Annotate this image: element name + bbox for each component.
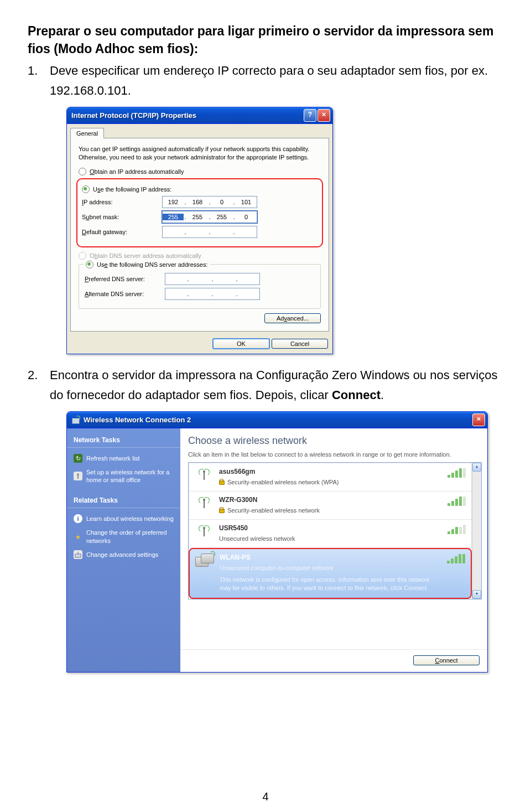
task-change-order[interactable]: ★ Change the order of preferred networks xyxy=(67,526,180,547)
radio-label-disabled: Obtain DNS server address automatically xyxy=(90,252,201,259)
svg-rect-2 xyxy=(75,554,81,557)
dialog-title: Internet Protocol (TCP/IP) Properties xyxy=(71,111,304,120)
network-item[interactable]: WZR-G300N Security-enabled wireless netw… xyxy=(189,492,472,520)
sidebar-header-network-tasks: Network Tasks xyxy=(67,434,180,448)
subnet-label: Subnet mask: xyxy=(82,214,162,220)
subnet-input[interactable]: 255. 255. 255. 0 xyxy=(162,211,257,223)
antenna-icon xyxy=(197,524,211,539)
network-item[interactable]: USR5450 Unsecured wireless network xyxy=(189,520,472,548)
radio-icon xyxy=(79,252,86,260)
scrollbar[interactable]: ▴ ▾ xyxy=(472,463,481,599)
step-2-text: Encontra o servidor da impressora na Con… xyxy=(50,365,503,404)
page-heading: Preparar o seu computador para ligar pri… xyxy=(28,22,503,58)
sidebar-header-related: Related Tasks xyxy=(67,494,180,508)
alternate-dns-input[interactable]: . . . xyxy=(165,288,260,300)
ip-oct: 168 xyxy=(187,199,208,205)
network-security: Security-enabled wireless network (WPA) xyxy=(227,479,339,485)
scroll-down[interactable]: ▾ xyxy=(472,590,481,599)
radio-obtain-auto[interactable]: Obtain an IP address automatically xyxy=(79,168,321,175)
scroll-up[interactable]: ▴ xyxy=(472,463,481,472)
ip-oct: 0 xyxy=(211,199,232,205)
page-number: 4 xyxy=(262,790,268,803)
signal-icon xyxy=(447,554,465,563)
ip-oct: 255 xyxy=(211,214,232,220)
antenna-icon xyxy=(197,468,211,482)
gateway-label: Default gateway: xyxy=(82,229,162,235)
advanced-button[interactable]: Advanced... xyxy=(264,313,321,323)
step-2: 2. Encontra o servidor da impressora na … xyxy=(28,365,503,404)
step-1-text: Deve especificar um endereço IP correcto… xyxy=(50,61,503,100)
wireless-dialog: Wireless Network Connection 2 × Network … xyxy=(66,411,488,673)
cancel-button[interactable]: Cancel xyxy=(272,339,328,349)
star-icon: ★ xyxy=(74,532,82,541)
network-security: Security-enabled wireless network xyxy=(227,507,320,514)
task-refresh[interactable]: ↻ Refresh network list xyxy=(67,451,180,466)
refresh-icon: ↻ xyxy=(74,454,82,463)
dns-group: Use the following DNS server addresses: … xyxy=(79,264,321,309)
wireless-title: Wireless Network Connection 2 xyxy=(84,416,472,424)
ip-address-label: IP address: xyxy=(82,199,162,205)
antenna-icon xyxy=(74,472,82,480)
ip-oct: 255 xyxy=(187,214,208,220)
network-security: Unsecured computer-to-computer network xyxy=(220,565,334,571)
radio-use-ip[interactable]: Use the following IP address: xyxy=(82,185,317,193)
wireless-titlebar: Wireless Network Connection 2 × xyxy=(67,412,487,428)
radio-label: Use the following IP address: xyxy=(93,186,171,193)
signal-icon xyxy=(447,496,466,506)
signal-icon xyxy=(447,524,466,534)
help-button[interactable]: ? xyxy=(304,109,316,122)
svg-point-1 xyxy=(77,474,79,475)
alternate-dns-label: Alternate DNS server: xyxy=(85,291,165,297)
gateway-input[interactable]: . . . xyxy=(162,226,257,238)
network-name: USR5450 xyxy=(219,524,442,532)
dialog-titlebar: Internet Protocol (TCP/IP) Properties ? … xyxy=(67,107,332,124)
task-change-advanced[interactable]: Change advanced settings xyxy=(67,547,180,562)
radio-icon-checked xyxy=(82,185,90,193)
task-learn[interactable]: i Learn about wireless networking xyxy=(67,511,180,526)
step-2-num: 2. xyxy=(28,365,50,404)
network-name: asus566gm xyxy=(219,468,442,475)
radio-label: Obtain an IP address automatically xyxy=(90,168,184,175)
choose-subtext: Click an item in the list below to conne… xyxy=(180,451,487,462)
lock-icon xyxy=(219,507,225,513)
ok-button[interactable]: OK xyxy=(212,338,270,349)
ip-address-input[interactable]: 192. 168. 0. 101 xyxy=(162,196,257,208)
info-icon: i xyxy=(74,514,82,523)
network-name: WLAN-PS xyxy=(220,554,441,561)
network-note: This network is configured for open acce… xyxy=(220,576,441,592)
wireless-sidebar: Network Tasks ↻ Refresh network list Set… xyxy=(67,428,180,672)
connect-button[interactable]: Connect xyxy=(413,655,480,665)
dns-use-label: Use the following DNS server addresses: xyxy=(97,261,208,268)
ip-oct: 255 xyxy=(163,214,184,220)
network-item-selected[interactable]: WLAN-PS Unsecured computer-to-computer n… xyxy=(189,548,472,599)
close-button[interactable]: × xyxy=(317,109,330,122)
radio-icon xyxy=(79,168,86,175)
dialog-description: You can get IP settings assigned automat… xyxy=(79,145,321,162)
preferred-dns-label: Preferred DNS server: xyxy=(85,276,165,282)
ip-oct: 192 xyxy=(163,199,184,205)
ip-settings-highlight: Use the following IP address: IP address… xyxy=(76,178,323,247)
network-item[interactable]: asus566gm Security-enabled wireless netw… xyxy=(189,463,472,492)
step-1: 1. Deve especificar um endereço IP corre… xyxy=(28,61,503,100)
wireless-icon xyxy=(71,416,80,425)
wireless-main: Choose a wireless network Click an item … xyxy=(180,428,487,672)
lock-icon xyxy=(219,479,225,485)
task-setup[interactable]: Set up a wireless network for a home or … xyxy=(67,466,180,487)
signal-icon xyxy=(447,468,466,478)
ip-oct: 101 xyxy=(236,199,257,205)
antenna-icon xyxy=(197,496,211,510)
network-name: WZR-G300N xyxy=(219,496,442,504)
adhoc-icon xyxy=(195,554,214,568)
radio-icon-checked xyxy=(86,261,93,268)
close-button[interactable]: × xyxy=(472,413,485,426)
network-security: Unsecured wireless network xyxy=(219,535,295,542)
ip-properties-dialog: Internet Protocol (TCP/IP) Properties ? … xyxy=(66,107,333,355)
radio-dns-auto: Obtain DNS server address automatically xyxy=(79,252,321,260)
choose-heading: Choose a wireless network xyxy=(180,428,487,451)
preferred-dns-input[interactable]: . . . xyxy=(165,273,260,285)
ip-oct: 0 xyxy=(236,214,257,220)
tab-general[interactable]: General xyxy=(70,128,104,138)
step-1-num: 1. xyxy=(28,61,50,100)
settings-icon xyxy=(74,550,82,559)
